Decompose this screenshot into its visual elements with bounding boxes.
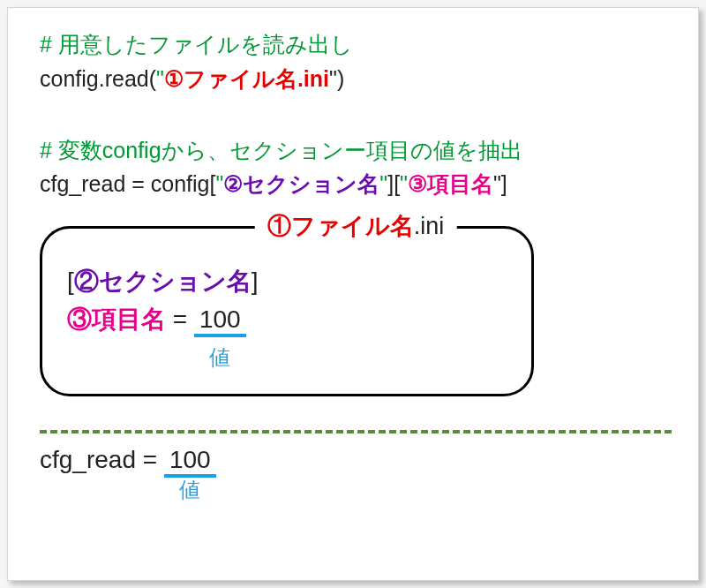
file-title-label: ファイル名 <box>291 213 414 239</box>
bracket-left: [ <box>67 268 74 295</box>
quote-open-1: " <box>156 66 164 91</box>
comment-line-1: # 用意したファイルを読み出し <box>40 27 672 62</box>
file-section-label: セクション名 <box>99 268 252 295</box>
file-marker-label: ファイル名 <box>184 66 297 91</box>
code-line-cfgread: cfg_read = config["②セクション名"]["③項目名"] <box>40 167 672 201</box>
quote-close-2: " <box>379 171 387 196</box>
code-line-read: config.read("①ファイル名.ini") <box>40 62 672 96</box>
cfg-suffix: ] <box>501 171 507 196</box>
item-marker-label: 項目名 <box>427 171 493 196</box>
explainer-card: # 用意したファイルを読み出し config.read("①ファイル名.ini"… <box>7 7 699 581</box>
file-title: ①ファイル名.ini <box>255 210 457 242</box>
code-read-suffix: ) <box>337 66 344 91</box>
file-value-caption: 値 <box>209 341 230 373</box>
result-prefix: cfg_read = <box>40 446 164 473</box>
file-marker-ext: .ini <box>297 66 329 91</box>
quote-open-3: " <box>400 171 408 196</box>
section-marker-num: ② <box>223 171 243 196</box>
file-value-wrap: 100 値 <box>194 300 246 338</box>
cfg-mid: ][ <box>387 171 400 196</box>
spacer <box>40 96 672 133</box>
comment-line-2: # 変数configから、セクションー項目の値を抽出 <box>40 133 672 168</box>
section-marker-label: セクション名 <box>243 171 379 196</box>
result-line: cfg_read = 100 値 <box>40 446 672 474</box>
file-section-num: ② <box>74 268 99 295</box>
file-item-eq: = <box>166 305 194 333</box>
result-value: 100 <box>164 446 216 478</box>
separator-dashed <box>40 430 672 433</box>
item-marker-num: ③ <box>408 171 427 196</box>
bracket-right: ] <box>252 268 259 295</box>
file-title-num: ① <box>267 213 291 239</box>
comment2-var: config <box>102 138 161 162</box>
comment2-prefix: # 変数 <box>40 138 102 162</box>
comment2-suffix: から、セクションー項目の値を抽出 <box>161 138 522 162</box>
quote-open-2: " <box>215 171 223 196</box>
file-marker-num: ① <box>164 66 184 91</box>
cfg-prefix: cfg_read = config[ <box>40 171 215 196</box>
quote-close-1: " <box>329 66 337 91</box>
file-section-row: [②セクション名] <box>67 262 507 300</box>
file-item-row: ③項目名 = 100 値 <box>67 300 507 368</box>
file-box: [②セクション名] ③項目名 = 100 値 <box>40 226 534 396</box>
file-illustration: ①ファイル名.ini [②セクション名] ③項目名 = 100 値 <box>40 226 672 396</box>
file-value: 100 <box>194 305 246 337</box>
file-item-num: ③ <box>67 305 92 333</box>
result-value-wrap: 100 値 <box>164 446 216 474</box>
quote-close-3: " <box>493 171 501 196</box>
result-value-caption: 値 <box>179 476 200 504</box>
file-item-label: 項目名 <box>92 305 166 333</box>
code-read-prefix: config.read( <box>40 66 156 91</box>
file-title-ext: .ini <box>414 213 445 239</box>
